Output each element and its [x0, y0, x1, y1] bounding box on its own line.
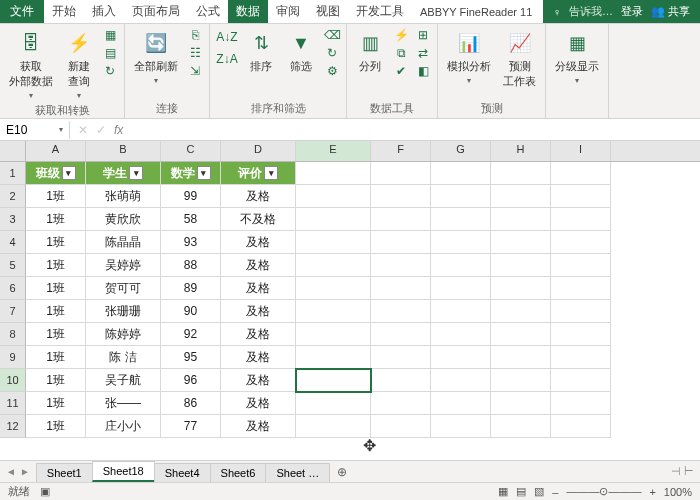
cell[interactable] [431, 231, 491, 254]
advanced-button[interactable]: ⚙ [324, 63, 340, 79]
cell[interactable]: 及格 [221, 185, 296, 208]
confirm-icon[interactable]: ✓ [96, 123, 106, 137]
row-header[interactable]: 11 [0, 392, 26, 415]
cell[interactable]: 吴婷婷 [86, 254, 161, 277]
cell[interactable] [371, 162, 431, 185]
row-header[interactable]: 9 [0, 346, 26, 369]
view-layout-icon[interactable]: ▤ [516, 485, 526, 498]
sheet-nav-prev[interactable]: ◄ [6, 466, 16, 477]
share-button[interactable]: 👥 共享 [651, 4, 690, 19]
cell[interactable]: 及格 [221, 346, 296, 369]
cell[interactable] [491, 208, 551, 231]
table-header-cell[interactable]: 评价▾ [221, 162, 296, 185]
text-to-columns-button[interactable]: ▥ 分列 [353, 27, 387, 76]
cell[interactable]: 99 [161, 185, 221, 208]
cell[interactable] [371, 346, 431, 369]
row-header[interactable]: 6 [0, 277, 26, 300]
cell[interactable] [551, 392, 611, 415]
zoom-out-button[interactable]: – [552, 486, 558, 498]
cell[interactable] [371, 277, 431, 300]
sheet-scroll[interactable]: ⊣ ⊢ [671, 465, 700, 478]
cell[interactable]: 陈 洁 [86, 346, 161, 369]
edit-links-button[interactable]: ⇲ [187, 63, 203, 79]
row-header[interactable]: 2 [0, 185, 26, 208]
filter-dropdown-icon[interactable]: ▾ [129, 166, 143, 180]
cell[interactable] [551, 185, 611, 208]
cell[interactable] [296, 369, 371, 392]
cell[interactable] [371, 231, 431, 254]
cell[interactable] [296, 254, 371, 277]
properties-button[interactable]: ☷ [187, 45, 203, 61]
column-header[interactable]: B [86, 141, 161, 161]
cell[interactable] [491, 277, 551, 300]
cell[interactable]: 1班 [26, 346, 86, 369]
flash-fill-button[interactable]: ⚡ [393, 27, 409, 43]
cell[interactable]: 95 [161, 346, 221, 369]
menu-tab-7[interactable]: 视图 [308, 0, 348, 23]
menu-tab-9[interactable]: ABBYY FineReader 11 [412, 0, 540, 23]
cell[interactable] [491, 162, 551, 185]
sort-desc-button[interactable]: Z↓A [216, 49, 238, 69]
connections-button[interactable]: ⎘ [187, 27, 203, 43]
view-normal-icon[interactable]: ▦ [498, 485, 508, 498]
data-validation-button[interactable]: ✔ [393, 63, 409, 79]
view-break-icon[interactable]: ▧ [534, 485, 544, 498]
menu-tab-0[interactable]: 文件 [0, 0, 44, 23]
column-header[interactable]: A [26, 141, 86, 161]
cell[interactable]: 及格 [221, 231, 296, 254]
cell[interactable] [431, 323, 491, 346]
cell[interactable] [431, 346, 491, 369]
cell[interactable]: 1班 [26, 369, 86, 392]
outline-button[interactable]: ▦ 分级显示 ▾ [552, 27, 602, 87]
fx-icon[interactable]: fx [114, 123, 123, 137]
row-header[interactable]: 4 [0, 231, 26, 254]
cell[interactable] [491, 300, 551, 323]
sheet-tab[interactable]: Sheet4 [154, 463, 211, 482]
sheet-tab[interactable]: Sheet1 [36, 463, 93, 482]
cell[interactable]: 张—— [86, 392, 161, 415]
cell[interactable] [296, 323, 371, 346]
cell[interactable] [296, 231, 371, 254]
cell[interactable] [551, 254, 611, 277]
cell[interactable]: 张珊珊 [86, 300, 161, 323]
cell[interactable]: 1班 [26, 208, 86, 231]
cell[interactable]: 96 [161, 369, 221, 392]
cell[interactable] [491, 346, 551, 369]
cell[interactable]: 黄欣欣 [86, 208, 161, 231]
tell-me[interactable]: 告诉我… [569, 4, 613, 19]
cell[interactable]: 86 [161, 392, 221, 415]
cell[interactable] [431, 208, 491, 231]
cell[interactable]: 吴子航 [86, 369, 161, 392]
row-header[interactable]: 10 [0, 369, 26, 392]
cell[interactable] [371, 300, 431, 323]
zoom-level[interactable]: 100% [664, 486, 692, 498]
cell[interactable] [296, 185, 371, 208]
filter-button[interactable]: ▼ 筛选 [284, 27, 318, 76]
column-header[interactable]: G [431, 141, 491, 161]
cell[interactable]: 陈婷婷 [86, 323, 161, 346]
remove-dup-button[interactable]: ⧉ [393, 45, 409, 61]
cell[interactable] [431, 415, 491, 438]
sheet-tab[interactable]: Sheet … [265, 463, 330, 482]
from-table-button[interactable]: ▤ [102, 45, 118, 61]
cell[interactable] [551, 162, 611, 185]
column-header[interactable]: F [371, 141, 431, 161]
menu-tab-6[interactable]: 审阅 [268, 0, 308, 23]
cell[interactable] [491, 392, 551, 415]
cell[interactable] [491, 254, 551, 277]
cell[interactable] [491, 323, 551, 346]
cell[interactable]: 不及格 [221, 208, 296, 231]
table-header-cell[interactable]: 数学▾ [161, 162, 221, 185]
cell[interactable] [371, 323, 431, 346]
cell[interactable] [296, 162, 371, 185]
consolidate-button[interactable]: ⊞ [415, 27, 431, 43]
refresh-all-button[interactable]: 🔄 全部刷新 ▾ [131, 27, 181, 87]
cell[interactable] [431, 254, 491, 277]
column-header[interactable]: H [491, 141, 551, 161]
cell[interactable]: 88 [161, 254, 221, 277]
cell[interactable]: 92 [161, 323, 221, 346]
cell[interactable]: 及格 [221, 254, 296, 277]
column-header[interactable]: D [221, 141, 296, 161]
column-header[interactable]: E [296, 141, 371, 161]
get-external-data-button[interactable]: 🗄 获取 外部数据 ▾ [6, 27, 56, 102]
